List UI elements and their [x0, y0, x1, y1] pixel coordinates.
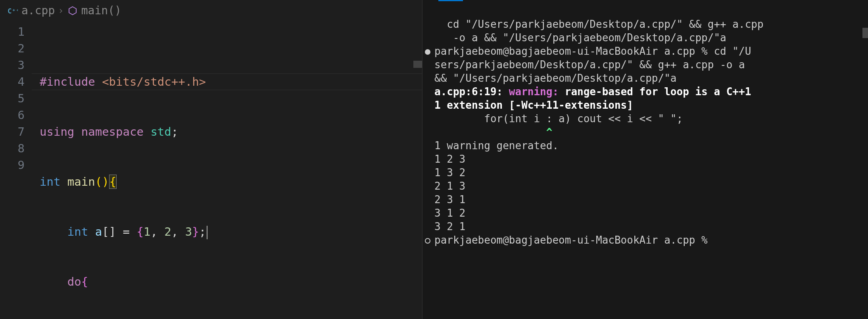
terminal-line: -o a && "/Users/parkjaebeom/Desktop/a.cp…	[434, 31, 860, 44]
terminal-output[interactable]: cd "/Users/parkjaebeom/Desktop/a.cpp/" &…	[434, 4, 860, 274]
line-number: 9	[0, 157, 25, 173]
terminal-line: 1 warning generated.	[434, 139, 860, 152]
svg-text:C⁺⁺: C⁺⁺	[8, 7, 18, 15]
line-number: 6	[0, 107, 25, 123]
terminal-line: 3 2 1	[434, 220, 860, 233]
terminal-line: for(int i : a) cout << i << " ";	[434, 112, 860, 125]
terminal-line: && "/Users/parkjaebeom/Desktop/a.cpp/"a	[434, 71, 860, 85]
terminal-pane[interactable]: cd "/Users/parkjaebeom/Desktop/a.cpp/" &…	[422, 0, 868, 319]
line-gutter: 1 2 3 4 5 6 7 8 9	[0, 21, 32, 319]
line-number: 4	[0, 73, 25, 90]
terminal-scrollbar[interactable]	[862, 28, 868, 38]
terminal-line: parkjaebeom@bagjaebeom-ui-MacBookAir a.c…	[434, 44, 860, 58]
line-number: 2	[0, 40, 25, 57]
breadcrumb[interactable]: C⁺⁺ a.cpp › main()	[0, 0, 422, 21]
line-number: 1	[0, 23, 25, 40]
line-number: 5	[0, 90, 25, 107]
overview-ruler-mark[interactable]	[413, 61, 422, 68]
line-number: 3	[0, 57, 25, 73]
prompt-dot-filled-icon	[425, 49, 430, 55]
symbol-method-icon	[67, 5, 78, 16]
terminal-line: cd "/Users/parkjaebeom/Desktop/a.cpp/" &…	[434, 17, 860, 31]
editor-pane: C⁺⁺ a.cpp › main() 1 2 3 4 5 6 7 8 9 #in…	[0, 0, 422, 319]
chevron-right-icon: ›	[58, 5, 63, 16]
breadcrumb-file[interactable]: a.cpp	[21, 4, 55, 17]
code-area[interactable]: 1 2 3 4 5 6 7 8 9 #include <bits/stdc++.…	[0, 21, 422, 319]
line-number: 7	[0, 123, 25, 140]
prompt-dot-empty-icon	[425, 238, 430, 244]
terminal-line: 3 1 2	[434, 206, 860, 220]
terminal-line: sers/parkjaebeom/Desktop/a.cpp/" && g++ …	[434, 58, 860, 71]
line-number: 8	[0, 140, 25, 157]
terminal-line: 2 1 3	[434, 179, 860, 193]
terminal-line: 1 extension [-Wc++11-extensions]	[434, 98, 860, 112]
terminal-line: a.cpp:6:19: warning: range-based for loo…	[434, 85, 860, 98]
text-cursor	[207, 226, 207, 239]
terminal-line: parkjaebeom@bagjaebeom-ui-MacBookAir a.c…	[434, 233, 860, 247]
breadcrumb-symbol[interactable]: main()	[81, 4, 121, 17]
terminal-line: ^	[434, 125, 860, 139]
cpp-file-icon: C⁺⁺	[7, 5, 18, 16]
code-content[interactable]: #include <bits/stdc++.h> using namespace…	[32, 21, 422, 319]
terminal-line: 1 2 3	[434, 152, 860, 166]
terminal-line: 2 3 1	[434, 193, 860, 206]
terminal-line: 1 3 2	[434, 166, 860, 179]
